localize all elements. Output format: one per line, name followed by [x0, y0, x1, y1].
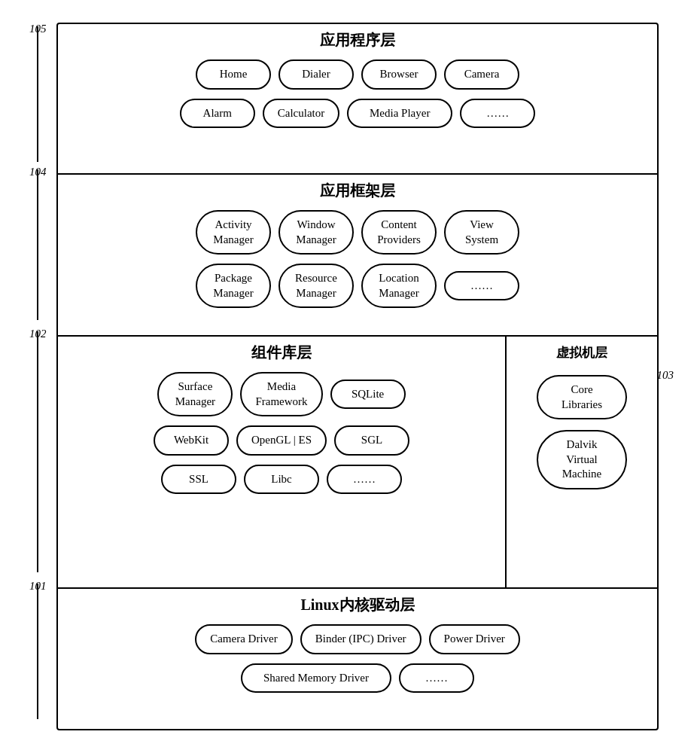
layer-105-row2: Alarm Calculator Media Player ……: [58, 99, 657, 138]
bracket-101: [37, 584, 38, 719]
lib-opengl: OpenGL | ES: [236, 425, 327, 456]
layer-101-title: Linux内核驱动层: [58, 589, 657, 618]
diagram-wrapper: 应用程序层 Home Dialer Browser Camera Alarm C…: [26, 15, 674, 738]
layer-103-title: 虚拟机层: [556, 337, 607, 364]
drv-more: ……: [399, 663, 474, 694]
layer-103-content: CoreLibraries DalvikVirtualMachine: [531, 364, 633, 495]
lib-sqlite: SQLite: [330, 380, 406, 410]
layer-102-row1: SurfaceManager MediaFramework SQLite: [58, 366, 505, 425]
lib-media-framework: MediaFramework: [240, 372, 322, 416]
fw-more: ……: [444, 271, 519, 301]
drv-binder: Binder (IPC) Driver: [300, 624, 422, 654]
drv-shared-memory: Shared Memory Driver: [241, 663, 391, 694]
layer-102-row3: SSL Libc ……: [58, 465, 505, 504]
outer-box: 应用程序层 Home Dialer Browser Camera Alarm C…: [56, 23, 659, 730]
fw-activity-manager: ActivityManager: [196, 210, 271, 255]
fw-resource-manager: ResourceManager: [278, 264, 354, 308]
fw-content-providers: ContentProviders: [361, 210, 437, 255]
drv-power: Power Driver: [429, 624, 520, 654]
fw-package-manager: PackageManager: [196, 264, 271, 308]
fw-view-system: ViewSystem: [444, 210, 519, 255]
lib-sgl: SGL: [334, 425, 409, 456]
fw-location-manager: LocationManager: [361, 264, 437, 308]
layer-101: Linux内核驱动层 Camera Driver Binder (IPC) Dr…: [58, 589, 657, 732]
vm-dalvik: DalvikVirtualMachine: [537, 430, 627, 489]
layer-104: 应用框架层 ActivityManager WindowManager Cont…: [58, 175, 657, 337]
lib-libc: Libc: [244, 465, 319, 495]
lib-surface-manager: SurfaceManager: [157, 372, 233, 416]
layer-105-title: 应用程序层: [58, 24, 657, 53]
lib-webkit: WebKit: [154, 425, 229, 456]
app-home: Home: [196, 59, 271, 90]
lib-ssl: SSL: [161, 465, 236, 495]
app-browser: Browser: [361, 59, 437, 90]
layer-103: 虚拟机层 CoreLibraries DalvikVirtualMachine: [507, 337, 657, 587]
layer-102-103: 组件库层 SurfaceManager MediaFramework SQLit…: [58, 337, 657, 589]
app-alarm: Alarm: [180, 99, 255, 129]
app-mediaplayer: Media Player: [347, 99, 452, 129]
label-103: 103: [657, 369, 674, 382]
bracket-104: [37, 169, 38, 320]
bracket-105: [37, 26, 38, 162]
layer-102: 组件库层 SurfaceManager MediaFramework SQLit…: [58, 337, 507, 587]
layer-101-row2: Shared Memory Driver ……: [58, 663, 657, 703]
app-dialer: Dialer: [278, 59, 354, 90]
lib-more: ……: [327, 465, 402, 495]
layer-split: 组件库层 SurfaceManager MediaFramework SQLit…: [58, 337, 657, 587]
app-camera: Camera: [444, 59, 519, 90]
layer-102-title: 组件库层: [58, 337, 505, 366]
layer-102-row2: WebKit OpenGL | ES SGL: [58, 425, 505, 465]
layer-104-title: 应用框架层: [58, 175, 657, 204]
layer-105: 应用程序层 Home Dialer Browser Camera Alarm C…: [58, 24, 657, 175]
layer-104-row2: PackageManager ResourceManager LocationM…: [58, 264, 657, 317]
vm-core-libraries: CoreLibraries: [537, 375, 627, 419]
app-more: ……: [460, 99, 535, 129]
fw-window-manager: WindowManager: [278, 210, 354, 255]
drv-camera: Camera Driver: [195, 624, 293, 654]
bracket-102: [37, 331, 38, 572]
layer-105-row1: Home Dialer Browser Camera: [58, 53, 657, 99]
layer-101-row1: Camera Driver Binder (IPC) Driver Power …: [58, 618, 657, 663]
app-calculator: Calculator: [263, 99, 339, 129]
layer-104-row1: ActivityManager WindowManager ContentPro…: [58, 204, 657, 264]
